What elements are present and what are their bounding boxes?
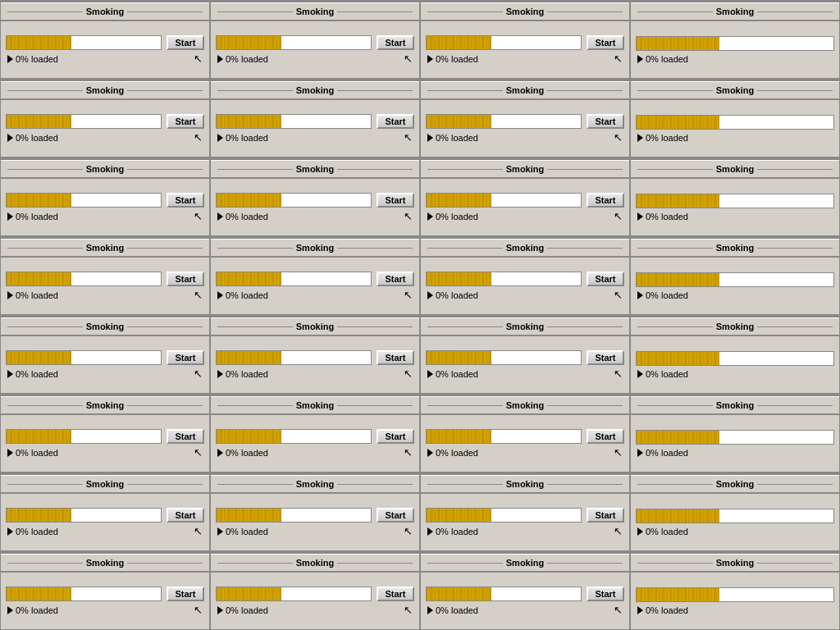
progress-bar-inner	[427, 351, 491, 364]
cell-r0-c0: SmokingStart0% loaded↖	[0, 0, 210, 79]
progress-bar-outer	[426, 350, 582, 365]
progress-bar-outer	[636, 36, 834, 51]
start-button[interactable]: Start	[587, 508, 624, 523]
cell-r6-c1: SmokingStart0% loaded↖	[210, 472, 420, 551]
progress-row	[636, 587, 834, 602]
start-button[interactable]: Start	[587, 272, 624, 286]
cursor-icon: ↖	[194, 447, 203, 458]
progress-bar-outer	[426, 508, 582, 523]
start-button[interactable]: Start	[377, 429, 414, 444]
start-button[interactable]: Start	[377, 35, 414, 50]
progress-bar-outer	[216, 114, 372, 129]
cell-r1-c3: Smoking0% loaded	[630, 79, 840, 158]
play-icon	[7, 370, 13, 378]
start-button[interactable]: Start	[587, 429, 624, 444]
progress-bar-inner	[217, 351, 281, 364]
status-left: 0% loaded	[7, 605, 58, 615]
cell-body: 0% loaded	[631, 494, 839, 550]
start-button[interactable]: Start	[167, 272, 204, 286]
start-button[interactable]: Start	[587, 587, 624, 601]
status-row: 0% loaded↖	[216, 290, 414, 300]
cell-title: Smoking	[86, 243, 124, 253]
cell-title: Smoking	[506, 479, 544, 489]
cell-header: Smoking	[1, 473, 209, 494]
cell-header-lines: Smoking	[421, 4, 629, 19]
cell-title: Smoking	[86, 164, 124, 174]
progress-row: Start	[426, 35, 624, 50]
cell-body: Start0% loaded↖	[1, 179, 209, 235]
play-icon	[427, 449, 433, 457]
cell-header: Smoking	[421, 316, 629, 336]
start-button[interactable]: Start	[587, 114, 624, 129]
start-button[interactable]: Start	[377, 587, 414, 601]
cell-body: Start0% loaded↖	[421, 573, 629, 629]
status-text: 0% loaded	[16, 605, 58, 615]
progress-row: Start	[426, 350, 624, 365]
start-button[interactable]: Start	[167, 350, 204, 365]
start-button[interactable]: Start	[377, 193, 414, 208]
start-button[interactable]: Start	[377, 508, 414, 523]
start-button[interactable]: Start	[377, 114, 414, 129]
status-row: 0% loaded↖	[216, 447, 414, 458]
cell-body: Start0% loaded↖	[421, 336, 629, 393]
progress-bar-outer	[426, 272, 582, 286]
start-button[interactable]: Start	[167, 114, 204, 129]
progress-row: Start	[216, 35, 414, 50]
progress-bar-outer	[636, 272, 834, 287]
progress-bar-inner	[7, 36, 71, 49]
start-button[interactable]: Start	[167, 35, 204, 50]
progress-bar-outer	[216, 193, 372, 208]
cell-body: Start0% loaded↖	[1, 258, 209, 314]
progress-bar-inner	[217, 194, 281, 207]
cell-header-lines: Smoking	[1, 477, 209, 491]
start-button[interactable]: Start	[167, 429, 204, 444]
start-button[interactable]: Start	[167, 587, 204, 601]
start-button[interactable]: Start	[167, 508, 204, 523]
status-text: 0% loaded	[646, 212, 688, 221]
cursor-icon: ↖	[614, 132, 623, 143]
cell-header-lines: Smoking	[421, 555, 629, 570]
cell-header: Smoking	[211, 473, 419, 494]
cell-header: Smoking	[421, 237, 629, 258]
start-button[interactable]: Start	[377, 272, 414, 286]
status-left: 0% loaded	[427, 290, 478, 300]
cell-r3-c2: SmokingStart0% loaded↖	[420, 236, 630, 315]
status-row: 0% loaded↖	[216, 132, 414, 143]
cell-r1-c1: SmokingStart0% loaded↖	[210, 79, 420, 158]
play-icon	[7, 606, 13, 614]
main-grid: SmokingStart0% loaded↖SmokingStart0% loa…	[0, 0, 840, 630]
cell-r6-c2: SmokingStart0% loaded↖	[420, 472, 630, 551]
cell-title: Smoking	[506, 164, 544, 174]
cell-header: Smoking	[421, 1, 629, 21]
start-button[interactable]: Start	[587, 193, 624, 208]
status-row: 0% loaded↖	[6, 447, 204, 458]
cell-title: Smoking	[86, 322, 124, 331]
cell-title: Smoking	[296, 558, 334, 568]
cursor-icon: ↖	[614, 526, 623, 536]
status-left: 0% loaded	[217, 133, 268, 143]
start-button[interactable]: Start	[587, 35, 624, 50]
cell-header: Smoking	[211, 1, 419, 21]
progress-row: Start	[216, 587, 414, 601]
status-row: 0% loaded	[636, 527, 834, 536]
progress-row: Start	[6, 114, 204, 129]
cell-header-lines: Smoking	[211, 477, 419, 491]
cell-header-lines: Smoking	[211, 4, 419, 19]
start-button[interactable]: Start	[587, 350, 624, 365]
cursor-icon: ↖	[614, 368, 623, 379]
play-icon	[427, 291, 433, 299]
cursor-icon: ↖	[194, 290, 203, 300]
status-left: 0% loaded	[427, 54, 478, 64]
cell-r3-c0: SmokingStart0% loaded↖	[0, 236, 210, 315]
play-icon	[7, 527, 13, 536]
status-row: 0% loaded↖	[216, 211, 414, 221]
progress-row: Start	[6, 272, 204, 286]
cell-body: Start0% loaded↖	[211, 494, 419, 550]
play-icon	[7, 55, 13, 63]
start-button[interactable]: Start	[377, 350, 414, 365]
status-left: 0% loaded	[7, 54, 58, 64]
start-button[interactable]: Start	[167, 193, 204, 208]
cell-title: Smoking	[86, 85, 124, 95]
progress-row: Start	[6, 350, 204, 365]
status-left: 0% loaded	[637, 527, 688, 536]
